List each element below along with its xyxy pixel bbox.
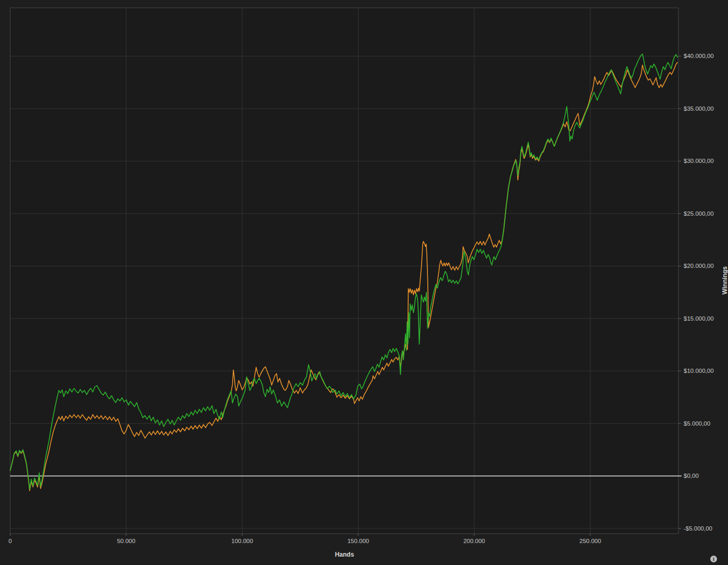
winnings-chart: 050.000100.000150.000200.000250.000$40.0…: [0, 0, 728, 565]
y-tick-label: $30.000,00: [684, 158, 714, 164]
y-tick-label: $25.000,00: [684, 210, 714, 217]
y-tick-label: $10.000,00: [684, 368, 714, 374]
y-tick-label: $40.000,00: [684, 53, 714, 59]
x-tick-label: 100.000: [231, 538, 253, 544]
y-tick-label: -$5.000,00: [684, 525, 712, 532]
x-tick-label: 200.000: [463, 538, 485, 544]
x-tick-label: 50.000: [117, 538, 135, 544]
x-axis-title: Hands: [0, 551, 689, 558]
y-tick-label: $0,00: [684, 473, 699, 479]
info-icon-glyph: i: [713, 556, 714, 562]
y-tick-label: $5.000,00: [684, 420, 710, 427]
x-tick-label: 150.000: [348, 538, 369, 544]
graph-window: { "footer": { "info_icon_glyph": "i" }, …: [0, 0, 728, 565]
x-tick-label: 0: [8, 538, 11, 544]
y-tick-label: $15.000,00: [684, 315, 714, 322]
plot-area[interactable]: [10, 8, 679, 534]
info-icon[interactable]: i: [710, 556, 717, 562]
y-tick-label: $20.000,00: [684, 263, 714, 269]
x-tick-label: 250.000: [579, 538, 601, 544]
y-axis-title: Winnings: [721, 266, 728, 295]
y-tick-label: $35.000,00: [684, 105, 714, 112]
